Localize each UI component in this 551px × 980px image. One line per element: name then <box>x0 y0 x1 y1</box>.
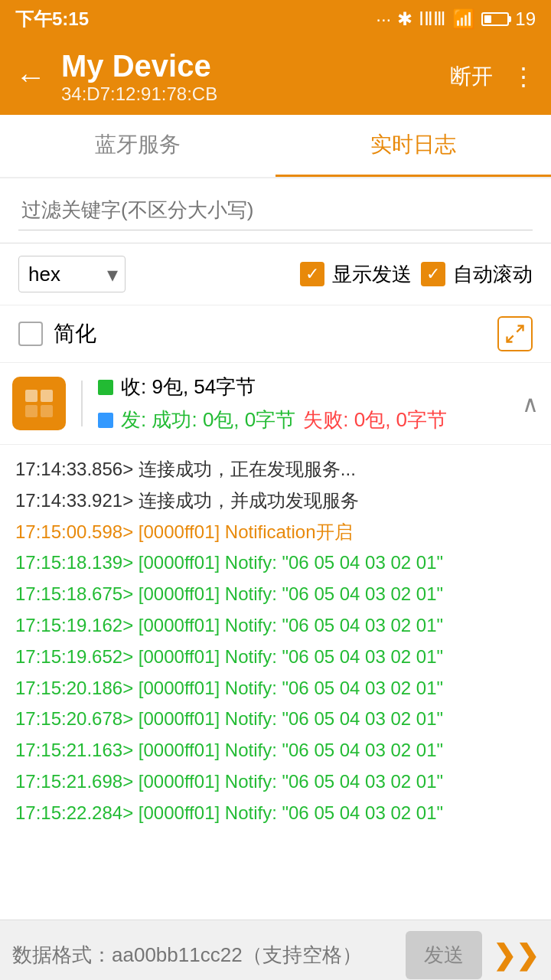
stats-send: 发: 成功: 0包, 0字节 失败: 0包, 0字节 <box>98 407 513 433</box>
collapse-button[interactable]: ∧ <box>522 390 539 417</box>
format-select-wrapper: hex utf-8 dec <box>18 256 126 292</box>
tab-realtime-log[interactable]: 实时日志 <box>276 115 551 177</box>
recv-indicator <box>98 380 113 395</box>
log-entry: 17:15:21.698> [0000ff01] Notify: "06 05 … <box>15 766 536 798</box>
stats-info: 收: 9包, 54字节 发: 成功: 0包, 0字节 失败: 0包, 0字节 <box>98 374 513 433</box>
battery-level: 19 <box>515 8 536 30</box>
log-entry: 17:14:33.921> 连接成功，并成功发现服务 <box>15 485 536 517</box>
stats-divider <box>81 381 83 426</box>
log-entry: 17:15:18.139> [0000ff01] Notify: "06 05 … <box>15 547 536 579</box>
show-send-label: 显示发送 <box>332 261 412 288</box>
signal-dots-icon: ··· <box>376 8 391 30</box>
simplify-row: 简化 <box>0 305 551 363</box>
back-button[interactable]: ← <box>15 60 46 94</box>
auto-scroll-checkbox[interactable]: ✓ <box>421 262 445 286</box>
stats-recv: 收: 9包, 54字节 <box>98 374 513 400</box>
signal-bars-icon: ⅠⅡⅢ <box>419 8 446 30</box>
svg-line-0 <box>517 326 523 332</box>
send-input[interactable] <box>12 943 395 967</box>
app-title-section: My Device 34:D7:12:91:78:CB <box>61 49 450 105</box>
filter-section <box>0 178 551 243</box>
log-entry: 17:15:21.163> [0000ff01] Notify: "06 05 … <box>15 735 536 766</box>
expand-button[interactable] <box>497 316 533 351</box>
send-bar: 发送 ❯❯ <box>0 920 551 980</box>
recv-label: 收: 9包, 54字节 <box>121 374 256 400</box>
log-entry: 17:15:00.598> [0000ff01] Notification开启 <box>15 517 536 548</box>
status-bar: 下午5:15 ··· ✱ ⅠⅡⅢ 📶 19 <box>0 0 551 38</box>
device-mac: 34:D7:12:91:78:CB <box>61 83 450 105</box>
simplify-label: 简化 <box>54 319 96 348</box>
show-send-checkbox[interactable]: ✓ <box>300 262 324 286</box>
format-select[interactable]: hex utf-8 dec <box>18 256 126 292</box>
log-area: 17:14:33.856> 连接成功，正在发现服务...17:14:33.921… <box>0 445 551 920</box>
wifi-icon: 📶 <box>452 8 475 30</box>
simplify-left: 简化 <box>18 319 96 348</box>
disconnect-button[interactable]: 断开 <box>450 62 493 91</box>
log-entry: 17:15:22.284> [0000ff01] Notify: "06 05 … <box>15 798 536 829</box>
send-success-label: 发: 成功: 0包, 0字节 <box>121 407 295 433</box>
auto-scroll-label: 自动滚动 <box>453 261 533 288</box>
show-send-item: ✓ 显示发送 <box>300 261 412 288</box>
log-entry: 17:15:20.186> [0000ff01] Notify: "06 05 … <box>15 673 536 704</box>
log-entry: 17:15:18.675> [0000ff01] Notify: "06 05 … <box>15 579 536 610</box>
app-bar-actions: 断开 ⋮ <box>450 62 536 91</box>
tab-bar: 蓝牙服务 实时日志 <box>0 115 551 178</box>
send-indicator <box>98 413 113 428</box>
simplify-checkbox[interactable] <box>18 322 43 346</box>
bluetooth-icon: ✱ <box>397 8 412 30</box>
controls-row: hex utf-8 dec ✓ 显示发送 ✓ 自动滚动 <box>0 243 551 305</box>
svg-line-1 <box>507 335 514 341</box>
stats-icon <box>12 377 66 430</box>
tab-bluetooth-service[interactable]: 蓝牙服务 <box>0 115 276 177</box>
auto-scroll-item: ✓ 自动滚动 <box>421 261 533 288</box>
send-fail-label: 失败: 0包, 0字节 <box>303 407 447 433</box>
status-icons: ··· ✱ ⅠⅡⅢ 📶 19 <box>376 8 536 30</box>
log-entry: 17:15:19.652> [0000ff01] Notify: "06 05 … <box>15 642 536 673</box>
app-bar: ← My Device 34:D7:12:91:78:CB 断开 ⋮ <box>0 38 551 115</box>
chevron-down-button[interactable]: ❯❯ <box>493 939 539 972</box>
stats-row: 收: 9包, 54字节 发: 成功: 0包, 0字节 失败: 0包, 0字节 ∧ <box>0 363 551 445</box>
filter-input[interactable] <box>18 191 533 230</box>
checkbox-group: ✓ 显示发送 ✓ 自动滚动 <box>300 261 533 288</box>
log-entry: 17:14:33.856> 连接成功，正在发现服务... <box>15 454 536 485</box>
battery-icon <box>481 12 509 26</box>
log-entry: 17:15:19.162> [0000ff01] Notify: "06 05 … <box>15 610 536 642</box>
log-entry: 17:15:20.678> [0000ff01] Notify: "06 05 … <box>15 704 536 735</box>
send-button[interactable]: 发送 <box>406 931 482 979</box>
more-options-button[interactable]: ⋮ <box>511 62 536 91</box>
device-name: My Device <box>61 49 450 83</box>
status-time: 下午5:15 <box>15 7 89 31</box>
